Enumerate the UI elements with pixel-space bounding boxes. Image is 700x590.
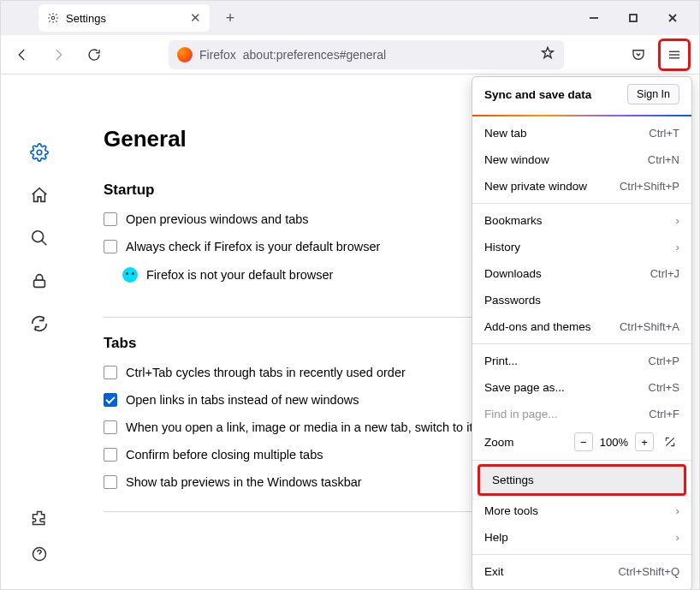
- zoom-out-button[interactable]: −: [574, 432, 593, 451]
- sidebar-help-icon[interactable]: [30, 545, 49, 563]
- url-identity: Firefox: [199, 48, 236, 62]
- menu-downloads[interactable]: DownloadsCtrl+J: [472, 260, 691, 287]
- open-links-label: Open links in tabs instead of new window…: [126, 393, 359, 407]
- svg-line-10: [42, 241, 47, 246]
- tab-title: Settings: [66, 12, 106, 25]
- menu-new-tab[interactable]: New tabCtrl+T: [472, 120, 691, 146]
- menu-help[interactable]: Help›: [472, 524, 691, 551]
- default-browser-status: Firefox is not your default browser: [146, 268, 333, 282]
- menu-new-private[interactable]: New private windowCtrl+Shift+P: [472, 173, 691, 200]
- show-previews-label: Show tab previews in the Windows taskbar: [126, 475, 362, 489]
- menu-history[interactable]: History›: [472, 234, 691, 260]
- open-previous-label: Open previous windows and tabs: [126, 212, 309, 226]
- always-check-checkbox[interactable]: [104, 240, 117, 253]
- chevron-right-icon: ›: [676, 214, 680, 227]
- url-path: about:preferences#general: [243, 48, 386, 62]
- sign-in-button[interactable]: Sign In: [627, 84, 679, 104]
- menu-find: Find in page...Ctrl+F: [472, 401, 691, 427]
- chevron-right-icon: ›: [676, 504, 680, 517]
- sidebar-search-icon[interactable]: [30, 229, 49, 247]
- menu-addons[interactable]: Add-ons and themesCtrl+Shift+A: [472, 313, 691, 340]
- ctrl-tab-checkbox[interactable]: [104, 366, 117, 379]
- pocket-icon[interactable]: [626, 42, 651, 68]
- zoom-value: 100%: [600, 436, 628, 449]
- tab-bar: Settings ✕ +: [1, 1, 699, 35]
- app-menu-highlight: [658, 39, 691, 71]
- show-previews-checkbox[interactable]: [104, 475, 117, 489]
- ctrl-tab-label: Ctrl+Tab cycles through tabs in recently…: [126, 366, 406, 379]
- menu-passwords[interactable]: Passwords: [472, 287, 691, 313]
- confirm-close-label: Confirm before closing multiple tabs: [126, 448, 323, 462]
- window-controls: [574, 4, 692, 32]
- open-previous-checkbox[interactable]: [104, 212, 117, 226]
- settings-sidebar: [1, 74, 78, 589]
- sidebar-extensions-icon[interactable]: [30, 509, 49, 527]
- always-check-label: Always check if Firefox is your default …: [126, 240, 380, 253]
- menu-separator: [472, 115, 691, 116]
- menu-zoom: Zoom − 100% +: [472, 427, 691, 456]
- gear-icon: [47, 12, 59, 24]
- maximize-button[interactable]: [614, 4, 653, 32]
- switch-new-checkbox[interactable]: [104, 420, 117, 434]
- sidebar-privacy-icon[interactable]: [30, 271, 49, 290]
- forward-button[interactable]: [45, 42, 71, 68]
- bookmark-star-icon[interactable]: [540, 45, 555, 63]
- menu-settings-highlight: Settings: [478, 464, 686, 496]
- fullscreen-button[interactable]: [661, 432, 679, 451]
- menu-separator: [472, 343, 691, 344]
- firefox-icon: [177, 47, 193, 63]
- close-window-button[interactable]: [653, 4, 692, 32]
- app-menu-button[interactable]: [661, 42, 687, 68]
- sidebar-sync-icon[interactable]: [30, 314, 49, 333]
- toolbar: Firefox about:preferences#general: [1, 35, 699, 74]
- warning-icon: [122, 267, 138, 283]
- open-links-checkbox[interactable]: [104, 393, 117, 407]
- svg-point-0: [51, 16, 55, 20]
- menu-separator: [472, 554, 691, 555]
- reload-button[interactable]: [81, 42, 107, 68]
- sidebar-general-icon[interactable]: [30, 143, 49, 162]
- menu-bookmarks[interactable]: Bookmarks›: [472, 207, 691, 234]
- chevron-right-icon: ›: [676, 531, 680, 544]
- chevron-right-icon: ›: [676, 241, 680, 253]
- menu-new-window[interactable]: New windowCtrl+N: [472, 146, 691, 173]
- zoom-in-button[interactable]: +: [635, 432, 654, 451]
- minimize-button[interactable]: [574, 4, 614, 32]
- menu-settings[interactable]: Settings: [480, 467, 684, 493]
- menu-save-as[interactable]: Save page as...Ctrl+S: [472, 374, 691, 401]
- confirm-close-checkbox[interactable]: [104, 448, 117, 462]
- menu-sync-header: Sync and save data Sign In: [472, 77, 691, 111]
- close-tab-icon[interactable]: ✕: [190, 10, 201, 26]
- menu-separator: [472, 203, 691, 204]
- url-bar[interactable]: Firefox about:preferences#general: [169, 40, 564, 69]
- menu-print[interactable]: Print...Ctrl+P: [472, 348, 691, 374]
- back-button[interactable]: [9, 42, 35, 68]
- app-menu: Sync and save data Sign In New tabCtrl+T…: [472, 76, 692, 590]
- menu-more-tools[interactable]: More tools›: [472, 498, 691, 524]
- menu-separator: [472, 460, 691, 461]
- browser-tab[interactable]: Settings ✕: [39, 4, 210, 32]
- menu-exit[interactable]: ExitCtrl+Shift+Q: [472, 558, 691, 585]
- sidebar-home-icon[interactable]: [30, 186, 49, 205]
- svg-point-8: [37, 150, 42, 155]
- new-tab-button[interactable]: +: [218, 6, 242, 30]
- svg-point-9: [33, 231, 44, 242]
- svg-rect-11: [34, 280, 45, 287]
- svg-rect-2: [630, 15, 637, 21]
